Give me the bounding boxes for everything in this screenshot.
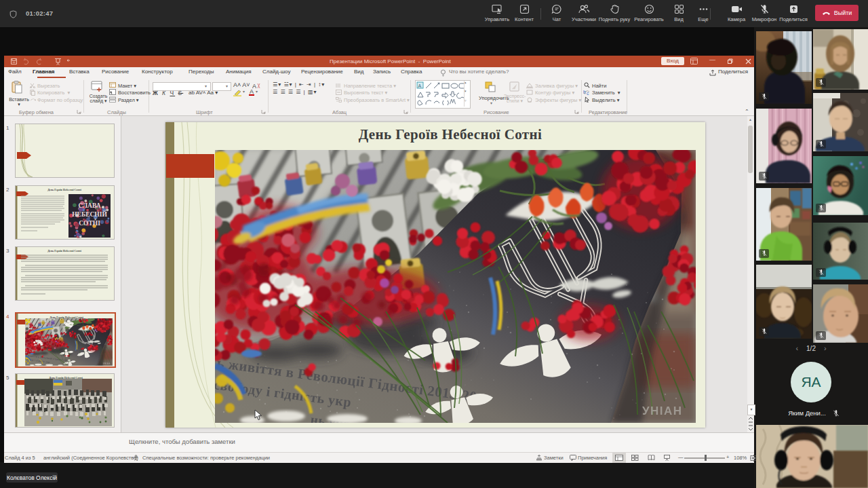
svg-text:День Героїв Небесної Сотні: День Героїв Небесної Сотні <box>47 188 81 191</box>
svg-text:День Героїв Небесної Сотні: День Героїв Небесної Сотні <box>47 249 81 252</box>
svg-text:c: c <box>587 91 589 96</box>
svg-text:День Героїв Небесної Сотні: День Героїв Небесної Сотні <box>49 376 83 379</box>
svg-text:A: A <box>418 83 422 88</box>
svg-text:НЕБЕСНІЙ: НЕБЕСНІЙ <box>72 210 107 218</box>
svg-text:День Героїв Небесної Сотні: День Героїв Небесної Сотні <box>50 316 83 319</box>
svg-text:СЛАВА: СЛАВА <box>78 202 100 209</box>
svg-text:СОТНІ: СОТНІ <box>79 220 100 227</box>
